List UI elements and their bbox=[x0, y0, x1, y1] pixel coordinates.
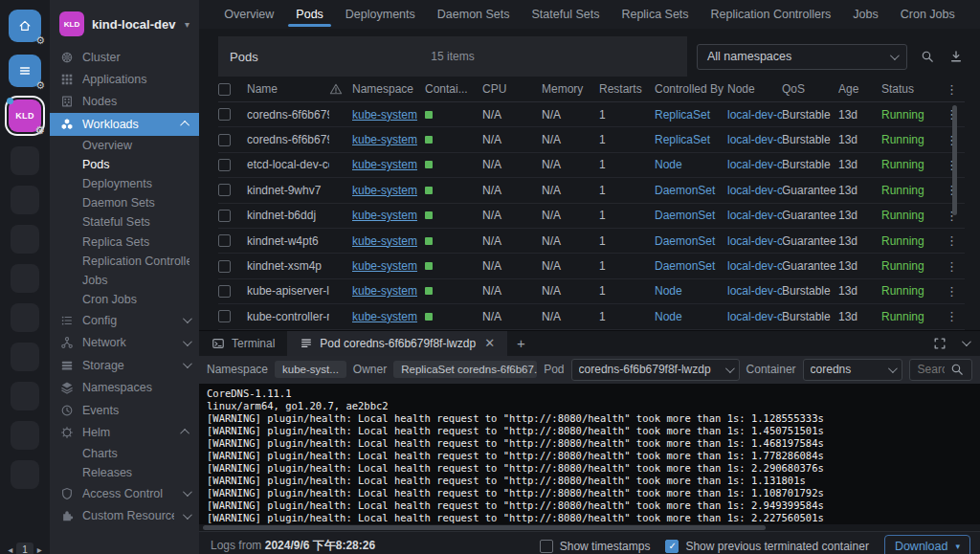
node-link[interactable]: local-dev-co bbox=[727, 133, 782, 146]
gear-icon[interactable]: ⚙ bbox=[35, 34, 45, 47]
node-link[interactable]: local-dev-co bbox=[727, 234, 782, 248]
chevron-down-icon[interactable] bbox=[962, 337, 971, 346]
pod-select[interactable]: coredns-6f6b679f8f-lwzdp bbox=[571, 359, 740, 381]
table-row[interactable]: kube-apiserver-lokube-systemN/AN/A1Nodel… bbox=[218, 279, 965, 304]
column-menu-kebab-icon[interactable]: ⋮ bbox=[939, 82, 965, 97]
table-row[interactable]: kube-controller-mkube-systemN/AN/A1Nodel… bbox=[218, 304, 965, 329]
row-menu-kebab-icon[interactable]: ⋮ bbox=[939, 259, 965, 274]
table-row[interactable]: kindnet-9whv7kube-systemN/AN/A1DaemonSet… bbox=[218, 178, 965, 203]
row-checkbox[interactable] bbox=[218, 184, 247, 196]
column-header-cpu[interactable]: CPU bbox=[482, 82, 542, 96]
sidebar-item-network[interactable]: Network bbox=[50, 332, 199, 354]
row-menu-kebab-icon[interactable]: ⋮ bbox=[939, 284, 965, 299]
node-link[interactable]: local-dev-co bbox=[727, 209, 782, 222]
gear-icon[interactable]: ⚙ bbox=[35, 79, 45, 92]
table-row[interactable]: kindnet-w4pt6kube-systemN/AN/A1DaemonSet… bbox=[218, 229, 965, 254]
namespace-link[interactable]: kube-system bbox=[352, 234, 425, 248]
sidebar-item-helm[interactable]: Helm bbox=[50, 421, 199, 443]
column-header-controlled-by[interactable]: Controlled By bbox=[655, 82, 727, 96]
namespace-link[interactable]: kube-system bbox=[352, 284, 425, 298]
row-checkbox[interactable] bbox=[218, 159, 247, 171]
controlled-by-link[interactable]: Node bbox=[655, 284, 727, 298]
tab-cron-jobs[interactable]: Cron Jobs bbox=[899, 0, 957, 29]
page-prev-button[interactable]: ◂ bbox=[8, 544, 12, 554]
sidebar-item-releases[interactable]: Releases bbox=[50, 463, 199, 482]
namespace-link[interactable]: kube-system bbox=[352, 184, 425, 197]
tab-replica-sets[interactable]: Replica Sets bbox=[619, 0, 690, 29]
container-select[interactable]: coredns bbox=[803, 359, 902, 381]
row-menu-kebab-icon[interactable]: ⋮ bbox=[939, 233, 965, 248]
sidebar-item-workloads[interactable]: Workloads bbox=[50, 113, 199, 135]
log-output[interactable]: CoreDNS-1.11.1 linux/arm64, go1.20.7, ae… bbox=[199, 384, 980, 524]
namespace-link[interactable]: kube-system bbox=[352, 108, 425, 122]
column-header-qos[interactable]: QoS bbox=[782, 82, 838, 96]
checkbox-checked[interactable] bbox=[665, 540, 679, 553]
namespace-link[interactable]: kube-system bbox=[352, 209, 425, 222]
table-row[interactable]: coredns-6f6b679f8kube-systemN/AN/A1Repli… bbox=[218, 127, 965, 152]
table-row[interactable]: kindnet-b6ddjkube-systemN/AN/A1DaemonSet… bbox=[218, 204, 965, 229]
sidebar-item-daemon-sets[interactable]: Daemon Sets bbox=[50, 193, 199, 212]
row-menu-kebab-icon[interactable]: ⋮ bbox=[939, 309, 965, 323]
sidebar-item-events[interactable]: Events bbox=[50, 399, 199, 421]
cluster-button-kld[interactable]: KLD ⚙ bbox=[9, 100, 41, 132]
controlled-by-link[interactable]: DaemonSet bbox=[655, 209, 727, 222]
namespace-link[interactable]: kube-system bbox=[352, 158, 425, 171]
controlled-by-link[interactable]: DaemonSet bbox=[655, 184, 727, 197]
cluster-header[interactable]: KLD kind-local-dev ▾ bbox=[50, 10, 199, 46]
tab-pods[interactable]: Pods bbox=[294, 0, 325, 29]
column-header-restarts[interactable]: Restarts bbox=[599, 82, 655, 96]
logs-search-input[interactable] bbox=[918, 363, 945, 376]
column-header-age[interactable]: Age bbox=[838, 82, 881, 96]
row-checkbox[interactable] bbox=[218, 310, 247, 322]
close-icon[interactable]: ✕ bbox=[484, 336, 495, 350]
checkbox-unchecked[interactable] bbox=[540, 540, 553, 553]
sidebar-item-replica-sets[interactable]: Replica Sets bbox=[50, 233, 199, 252]
pod-logs-tab[interactable]: Pod coredns-6f6b679f8f-lwzdp ✕ bbox=[287, 331, 507, 356]
sidebar-item-jobs[interactable]: Jobs bbox=[50, 271, 199, 290]
table-row[interactable]: etcd-local-dev-cokube-systemN/AN/A1Nodel… bbox=[218, 153, 965, 178]
node-link[interactable]: local-dev-co bbox=[727, 158, 782, 171]
terminal-tab[interactable]: Terminal bbox=[199, 331, 287, 356]
row-checkbox[interactable] bbox=[218, 234, 247, 247]
expand-icon[interactable] bbox=[931, 335, 948, 352]
node-link[interactable]: local-dev-co bbox=[727, 184, 782, 197]
sidebar-item-charts[interactable]: Charts bbox=[50, 444, 199, 463]
controlled-by-link[interactable]: ReplicaSet bbox=[655, 133, 727, 146]
node-link[interactable]: local-dev-co bbox=[727, 284, 782, 298]
node-link[interactable]: local-dev-co bbox=[727, 108, 782, 122]
row-checkbox[interactable] bbox=[218, 285, 247, 298]
row-checkbox[interactable] bbox=[218, 134, 247, 146]
column-header-memory[interactable]: Memory bbox=[542, 82, 599, 96]
show-timestamps-toggle[interactable]: Show timestamps bbox=[540, 540, 651, 553]
show-previous-toggle[interactable]: Show previous terminated container bbox=[665, 540, 868, 553]
warning-column-icon[interactable] bbox=[329, 82, 352, 96]
controlled-by-link[interactable]: ReplicaSet bbox=[655, 108, 727, 122]
tab-jobs[interactable]: Jobs bbox=[851, 0, 880, 29]
new-tab-button[interactable]: + bbox=[507, 331, 535, 356]
download-icon[interactable] bbox=[947, 48, 965, 65]
controlled-by-link[interactable]: DaemonSet bbox=[655, 259, 727, 273]
table-row[interactable]: kindnet-xsm4pkube-systemN/AN/A1DaemonSet… bbox=[218, 254, 965, 278]
tab-replication-controllers[interactable]: Replication Controllers bbox=[709, 0, 834, 29]
row-checkbox[interactable] bbox=[218, 260, 247, 273]
column-header-namespace[interactable]: Namespace bbox=[352, 82, 425, 96]
sidebar-item-nodes[interactable]: Nodes bbox=[50, 91, 199, 113]
column-header-name[interactable]: Name bbox=[247, 82, 329, 96]
sidebar-item-applications[interactable]: Applications bbox=[50, 68, 199, 90]
download-button[interactable]: Download ▾ bbox=[884, 535, 970, 554]
vertical-scrollbar[interactable] bbox=[952, 105, 957, 215]
namespace-link[interactable]: kube-system bbox=[352, 310, 425, 323]
sidebar-item-namespaces[interactable]: Namespaces bbox=[50, 376, 199, 398]
tab-daemon-sets[interactable]: Daemon Sets bbox=[435, 0, 512, 29]
namespace-link[interactable]: kube-system bbox=[352, 259, 425, 273]
row-checkbox[interactable] bbox=[218, 108, 247, 121]
search-icon[interactable] bbox=[919, 48, 936, 65]
sidebar-item-pods[interactable]: Pods bbox=[50, 155, 199, 174]
search-icon[interactable] bbox=[950, 363, 964, 376]
sidebar-item-cron-jobs[interactable]: Cron Jobs bbox=[50, 290, 199, 309]
node-link[interactable]: local-dev-co bbox=[727, 310, 782, 323]
controlled-by-link[interactable]: DaemonSet bbox=[655, 234, 727, 248]
catalog-button[interactable]: ⚙ bbox=[9, 55, 41, 87]
sidebar-item-storage[interactable]: Storage bbox=[50, 354, 199, 376]
chevron-down-icon[interactable]: ▾ bbox=[185, 19, 189, 30]
